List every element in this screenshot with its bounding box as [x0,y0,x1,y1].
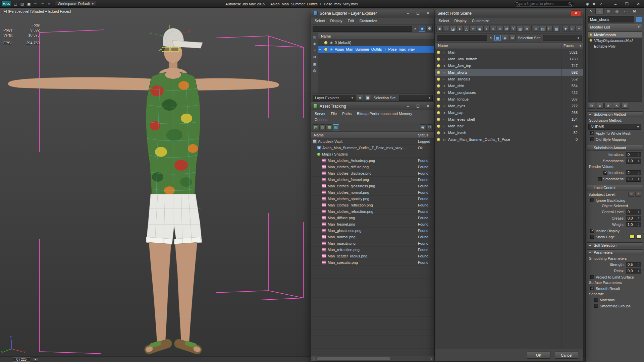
display-xrefs-icon[interactable] [503,26,510,32]
menu-item[interactable]: File [328,111,339,116]
window-titlebar[interactable]: Select From Scene [435,9,583,17]
spinner-arrows-icon[interactable] [637,210,640,214]
apply-to-whole-mesh-checkbox[interactable] [590,131,594,135]
spinner-arrows-icon[interactable] [637,269,640,273]
at-tree-icon[interactable] [326,124,332,130]
separate-smoothing-groups-checkbox[interactable] [594,304,598,308]
visibility-bulb-icon[interactable] [437,124,440,128]
layers-icon[interactable] [502,35,508,41]
menu-item[interactable]: Customize [469,18,492,23]
search-field[interactable] [437,35,487,41]
iterations-spinner[interactable]: 0 [626,152,641,157]
menu-item[interactable]: Options [312,117,330,122]
scene-object-row[interactable]: Man_shirt 534 [435,82,583,89]
new-scene-icon[interactable] [12,1,18,7]
layers-icon[interactable] [357,95,363,101]
asset-row[interactable]: Man_clothes_displace.png Found [311,170,434,177]
workspace-dropdown[interactable]: Workspace: Default [55,1,96,7]
render-smoothness-spinner[interactable]: 1,0 [626,177,641,182]
visibility-bulb-icon[interactable] [437,111,440,115]
modifier-list-dropdown[interactable]: Modifier List [588,24,642,30]
asset-row[interactable]: Man_opacity.png Found [311,240,434,247]
utilities-icon[interactable] [630,8,639,14]
find-input[interactable] [438,36,486,40]
strength-spinner[interactable]: 0,5 [626,262,641,267]
asset-row[interactable]: Man_clothes_diffuse.png Found [311,164,434,170]
layer-row[interactable]: Asian_Man_Summer_Outfits_T_Pose_max_vray [318,46,434,53]
status-column-header[interactable]: Status [416,133,434,137]
display-all-icon[interactable] [436,26,443,32]
modifier-stack-item[interactable]: MeshSmooth [588,32,642,38]
clear-search-icon[interactable] [413,26,418,32]
menu-item[interactable]: Bitmap Performance and Memory [354,111,415,116]
selection-set-grid-icon[interactable] [509,35,516,41]
undo-icon[interactable] [33,1,39,7]
modifier-toggle-icon[interactable] [589,39,592,42]
scene-object-row[interactable]: Man_tongue 307 [435,96,583,103]
ignore-backfacing-checkbox[interactable] [590,198,594,202]
selection-set-dropdown[interactable] [543,35,582,41]
visibility-bulb-icon[interactable] [437,91,440,95]
relax-spinner[interactable]: 0,0 [626,268,641,274]
restore-button[interactable] [621,0,633,8]
menu-item[interactable]: Select [312,18,328,23]
minimize-button[interactable] [404,103,412,109]
app-logo[interactable]: MAX [1,1,11,7]
layer-row[interactable]: 0 (default) [318,39,434,46]
visibility-bulb-icon[interactable] [437,98,440,101]
search-filter-icon[interactable] [494,35,501,41]
layer-view-icon[interactable] [553,26,559,32]
display-geometry-icon[interactable] [457,26,463,32]
modifier-stack-item[interactable]: VRayDisplacementMod [588,38,642,43]
rollout-header[interactable]: Soft Selection [587,242,643,248]
asset-row[interactable]: Maps / Shaders [311,151,434,158]
scene-object-row[interactable]: Man_Jaw_top 747 [435,62,583,69]
redo-icon[interactable] [39,1,45,7]
hierarchy-icon[interactable] [604,8,612,14]
cage-color-swatch[interactable] [630,235,635,239]
motion-icon[interactable] [613,8,621,14]
rollout-header[interactable]: Parameters [587,249,643,255]
menu-item[interactable]: Display [452,18,469,23]
show-cage-checkbox[interactable] [590,235,594,239]
asset-row[interactable]: Asian_Man_Summer_Outfits_T_Pose_max_vray… [311,145,434,151]
maximize-button[interactable] [414,10,422,16]
se-render-icon[interactable] [312,61,318,66]
display-containers-icon[interactable] [517,26,523,32]
expand-arrow-icon[interactable] [319,48,323,51]
display-cameras-icon[interactable] [477,26,483,32]
asset-row[interactable]: Man_clothes_glossiness.png Found [311,183,434,189]
project-to-limit-surface-checkbox[interactable] [590,275,594,279]
separate-materials-checkbox[interactable] [594,298,598,302]
pin-stack-icon[interactable] [588,103,595,109]
at-grid-icon[interactable] [333,124,339,130]
asset-row[interactable]: Man_clothes_refraction.png Found [311,208,434,215]
favorites-icon[interactable] [591,1,597,7]
subdivision-method-dropdown[interactable]: NURMS [588,124,641,130]
render-iterations-spinner[interactable]: 2 [626,170,641,175]
window-titlebar[interactable]: Asset Tracking [311,102,434,110]
display-bones-icon[interactable] [510,26,517,32]
se-find-icon[interactable] [312,34,318,40]
se-layers-icon[interactable] [312,41,318,46]
infocenter-search[interactable] [514,1,574,7]
pick-layer-icon[interactable] [419,26,425,32]
asset-row[interactable]: Man_clothes_Anisotropy.png Found [311,158,434,164]
expand-all-icon[interactable] [576,26,582,32]
display-invert-icon[interactable] [450,26,456,32]
asset-row[interactable]: Man_clothes_opacity.png Found [311,196,434,202]
render-iterations-checkbox[interactable] [603,171,607,175]
clear-search-icon[interactable] [488,35,493,41]
modifier-toggle-icon[interactable] [589,33,592,36]
search-icon[interactable] [568,2,572,6]
asset-row[interactable]: Man_clothes_normal.png Found [311,189,434,196]
scrollbar-thumb[interactable] [317,357,390,360]
scroll-right-icon[interactable] [429,356,434,361]
visibility-bulb-icon[interactable] [437,77,440,81]
minimize-button[interactable] [610,0,621,8]
column-filter-icon[interactable] [562,26,569,32]
scene-object-row[interactable]: Man_cap 265 [435,109,583,116]
make-unique-icon[interactable] [604,103,612,109]
create-icon[interactable] [587,8,595,14]
smooth-result-checkbox[interactable] [590,287,594,290]
